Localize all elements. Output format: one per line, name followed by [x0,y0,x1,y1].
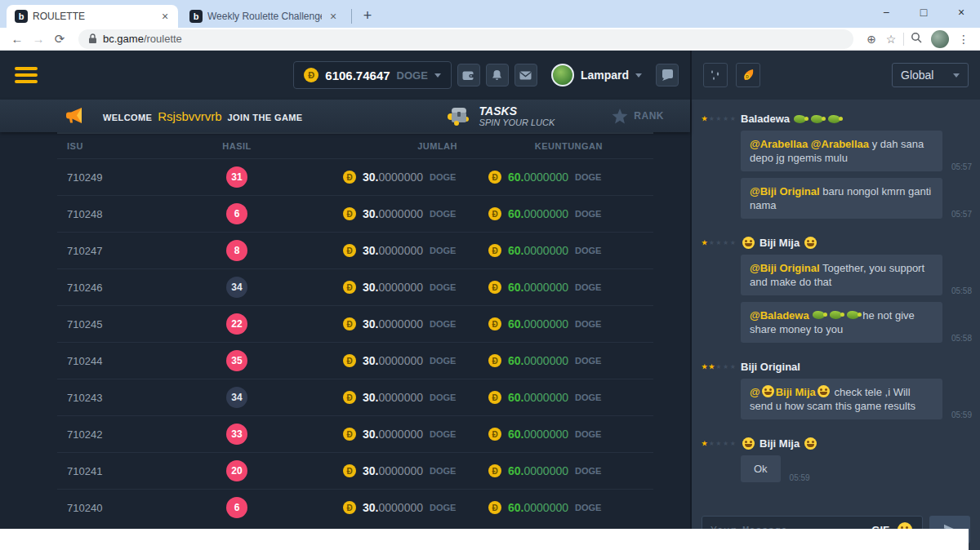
chat-message-text: Ok [754,463,768,475]
bet-id: 710249 [67,171,206,184]
laughing-emoji-icon [804,437,817,450]
page-content: Ð 6106.74647 DOGE [0,51,980,550]
bet-amount: Ð30.0000000DOGE [268,281,461,294]
user-rating: ★★★★★ [702,239,741,246]
maximize-button[interactable]: □ [905,0,942,24]
bet-history-table: ISU HASIL JUMLAH KEUNTUNGAN 710249 31 Ð3… [57,132,653,526]
user-rating: ★★★★★ [702,115,741,122]
currency-label: DOGE [575,466,603,476]
tab-close-icon[interactable]: × [327,10,340,23]
browser-menu-icon[interactable]: ⋮ [954,33,973,46]
currency-label: DOGE [575,319,603,329]
browser-profile-avatar[interactable] [931,30,949,48]
table-row: 710244 35 Ð30.0000000DOGE Ð60.0000000DOG… [57,342,653,379]
currency-label: DOGE [430,282,457,292]
rain-button[interactable] [703,63,728,87]
bet-id: 710243 [67,392,206,404]
currency-label: DOGE [575,356,603,366]
close-button[interactable]: × [942,0,980,24]
announcement-banner: WELCOME Rsjsbvvrvrb JOIN THE GAME TASKS [0,100,690,132]
chat-mention[interactable]: @Biji Original [750,185,820,197]
currency-label: DOGE [575,429,603,439]
col-header-isu: ISU [67,141,206,151]
window-controls: − □ × [867,0,980,24]
zoom-page-icon[interactable]: ⊕ [862,33,881,46]
doge-coin-icon: Ð [488,464,501,477]
tab-weekly-challenge[interactable]: b Weekly Roulette Challenge - Win × [181,5,346,28]
turtle-badge-icon [847,311,859,319]
table-row: 710240 6 Ð30.0000000DOGE Ð60.0000000DOGE [57,489,653,526]
laughing-emoji-icon [804,237,817,249]
new-tab-button[interactable]: + [357,5,378,26]
site-header: Ð 6106.74647 DOGE [0,51,690,100]
tab-title: ROULETTE [33,11,154,22]
channel-select[interactable]: Global [892,63,969,87]
result-badge: 8 [226,240,247,261]
bet-amount: Ð30.0000000DOGE [268,464,461,477]
reload-icon[interactable]: ⟳ [49,32,70,47]
welcome-message: WELCOME Rsjsbvvrvrb JOIN THE GAME [103,109,303,123]
chat-message-group: ★★★★★ Biji Original @Biji Mija check tel… [702,359,972,426]
chat-mention[interactable]: @Baladewa [750,309,809,322]
envelope-icon [519,71,532,80]
welcome-suffix: JOIN THE GAME [228,113,303,122]
chat-message-group: ★★★★★ Baladewa @Arabellaa @Arabellaa [702,111,972,225]
laughing-emoji-icon [742,437,755,450]
currency-label: DOGE [430,393,457,402]
messages-button[interactable] [514,64,537,86]
chat-bubble: @Biji Original baru nongol kmrn ganti na… [741,178,942,219]
tab-close-icon[interactable]: × [158,10,172,23]
forward-icon[interactable]: → [28,32,49,46]
user-menu[interactable]: Lampard [551,64,642,86]
menu-hamburger-icon[interactable] [15,64,38,87]
chat-username[interactable]: Biji Mija [741,237,972,249]
bet-profit: Ð60.0000000DOGE [461,391,653,404]
bookmark-star-icon[interactable]: ☆ [881,33,901,46]
back-icon[interactable]: ← [7,32,28,46]
tasks-title: TASKS [479,104,555,118]
bet-amount: Ð30.0000000DOGE [268,354,461,367]
search-icon[interactable] [906,32,926,46]
currency-label: DOGE [430,209,457,219]
rank-star-icon [612,109,628,124]
result-badge: 6 [226,497,247,518]
user-avatar [551,64,574,86]
col-header-keuntungan: KEUNTUNGAN [461,141,653,151]
chat-toggle-button[interactable] [656,64,679,86]
minimize-button[interactable]: − [867,0,905,24]
bottom-white-overlay [0,529,969,550]
table-row: 710249 31 Ð30.0000000DOGE Ð60.0000000DOG… [57,158,653,195]
bet-id: 710242 [67,428,206,441]
doge-coin-icon: Ð [343,171,356,184]
notifications-button[interactable] [486,64,509,86]
chat-bubble-icon [662,69,674,81]
rank-label: RANK [634,110,664,122]
chat-username[interactable]: Biji Mija [741,437,972,450]
doge-coin-icon: Ð [343,244,356,257]
bcgame-favicon-icon: b [15,10,28,23]
chat-username[interactable]: Baladewa [741,113,972,125]
doge-coin-icon: Ð [343,281,356,294]
chat-header: D Global [692,51,980,100]
chat-timestamp: 05:58 [942,286,972,295]
chat-username[interactable]: Biji Original [741,361,972,373]
chat-mention[interactable]: @Biji Mija [750,386,831,398]
tab-roulette[interactable]: b ROULETTE × [7,5,178,28]
currency-label: DOGE [575,209,603,219]
chat-mention[interactable]: @Biji Original [750,262,820,274]
chevron-down-icon [635,73,642,78]
rank-widget[interactable]: RANK [612,109,664,124]
toolbar-separator [903,33,904,46]
bet-profit: Ð60.0000000DOGE [461,501,653,514]
chat-timestamp: 05:58 [942,334,972,343]
bet-id: 710245 [67,318,206,330]
currency-label: DOGE [430,356,457,366]
address-bar[interactable]: bc.game/roulette [78,29,853,49]
chat-mention[interactable]: @Arabellaa @Arabellaa [750,138,869,150]
chevron-down-icon [953,73,960,78]
doge-coin-icon: Ð [488,501,501,514]
tasks-widget[interactable]: TASKS SPIN YOUR LUCK [447,104,555,127]
wallet-button[interactable] [457,64,480,86]
balance-selector[interactable]: Ð 6106.74647 DOGE [293,61,452,89]
coin-drop-button[interactable]: D [736,63,760,87]
